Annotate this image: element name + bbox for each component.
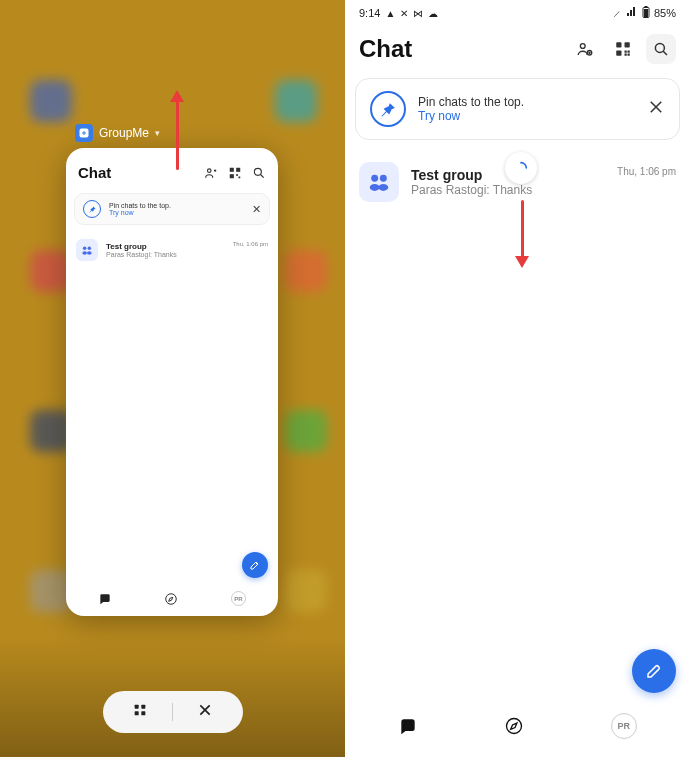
banner-close-button[interactable] xyxy=(647,98,665,120)
svg-point-1 xyxy=(208,168,212,172)
svg-rect-18 xyxy=(644,9,648,17)
profile-tab[interactable]: PR xyxy=(611,713,637,739)
pin-icon xyxy=(370,91,406,127)
annotation-arrow-up xyxy=(170,90,184,170)
svg-point-9 xyxy=(88,247,92,251)
recents-card-label[interactable]: GroupMe ▾ xyxy=(75,124,160,142)
bg-app-icon xyxy=(30,80,72,122)
chat-tab[interactable] xyxy=(398,716,418,736)
svg-point-10 xyxy=(82,251,87,255)
svg-rect-19 xyxy=(644,6,647,8)
svg-point-32 xyxy=(370,184,380,191)
status-bar: 9:14 ▲ ✕ ⋈ ☁ ⟋ 85% xyxy=(345,0,690,24)
divider xyxy=(172,703,173,721)
notif-icon: ✕ xyxy=(400,8,408,19)
svg-rect-14 xyxy=(141,705,145,709)
group-avatar-icon xyxy=(76,239,98,261)
bottom-nav: PR xyxy=(345,699,690,757)
svg-point-30 xyxy=(371,175,378,182)
pull-refresh-spinner xyxy=(505,152,537,184)
add-contact-icon xyxy=(204,166,218,180)
svg-rect-26 xyxy=(628,51,630,53)
svg-point-33 xyxy=(378,184,388,191)
status-battery-pct: 85% xyxy=(654,7,676,19)
bg-app-icon xyxy=(285,410,327,452)
status-time: 9:14 xyxy=(359,7,380,19)
chat-time: Thu, 1:06 pm xyxy=(617,166,676,177)
battery-icon xyxy=(642,6,650,20)
notif-icon: ☁ xyxy=(428,8,438,19)
chat-name: Test group xyxy=(106,242,225,251)
preview-bottom-nav: PR xyxy=(66,583,278,616)
chat-time: Thu, 1:06 pm xyxy=(233,241,268,247)
banner-text: Pin chats to the top. xyxy=(418,95,635,109)
preview-pin-banner: Pin chats to the top. Try now ✕ xyxy=(74,193,270,225)
profile-tab-badge: PR xyxy=(231,591,246,606)
close-icon: ✕ xyxy=(252,203,261,216)
search-button[interactable] xyxy=(646,34,676,64)
banner-try-now: Try now xyxy=(109,209,244,216)
chat-app-screen: 9:14 ▲ ✕ ⋈ ☁ ⟋ 85% Chat xyxy=(345,0,690,757)
qr-icon xyxy=(228,166,242,180)
svg-point-11 xyxy=(87,251,92,255)
pin-chats-banner[interactable]: Pin chats to the top. Try now xyxy=(355,78,680,140)
svg-point-8 xyxy=(83,247,87,251)
svg-rect-6 xyxy=(239,176,241,178)
notif-icon: ▲ xyxy=(385,8,395,19)
qr-button[interactable] xyxy=(608,34,638,64)
svg-rect-24 xyxy=(616,51,621,56)
chat-preview-msg: Paras Rastogi: Thanks xyxy=(411,183,605,197)
svg-rect-25 xyxy=(625,51,627,53)
apps-grid-button[interactable] xyxy=(132,702,148,722)
notif-icon: ⋈ xyxy=(413,8,423,19)
svg-rect-13 xyxy=(135,705,139,709)
page-title: Chat xyxy=(359,35,562,63)
chat-preview-msg: Paras Rastogi: Thanks xyxy=(106,251,225,258)
svg-rect-3 xyxy=(236,167,240,171)
svg-rect-15 xyxy=(135,711,139,715)
bg-app-icon xyxy=(285,250,327,292)
pin-icon xyxy=(83,200,101,218)
close-app-button[interactable] xyxy=(197,702,213,722)
compose-fab[interactable] xyxy=(632,649,676,693)
group-avatar-icon xyxy=(359,162,399,202)
recents-system-pill xyxy=(103,691,243,733)
app-name-label: GroupMe xyxy=(99,126,149,140)
add-contact-button[interactable] xyxy=(570,34,600,64)
svg-point-20 xyxy=(580,44,585,49)
svg-point-12 xyxy=(166,593,177,604)
svg-rect-22 xyxy=(616,42,621,47)
discover-tab[interactable] xyxy=(504,716,524,736)
wifi-off-icon: ⟋ xyxy=(612,8,622,19)
svg-point-7 xyxy=(254,168,261,175)
groupme-app-icon xyxy=(75,124,93,142)
chevron-down-icon: ▾ xyxy=(155,128,160,138)
preview-title: Chat xyxy=(78,164,204,181)
svg-rect-23 xyxy=(625,42,630,47)
app-header: Chat xyxy=(345,24,690,78)
recents-app-card[interactable]: Chat Pin chats to the top. Try now xyxy=(66,148,278,616)
svg-rect-27 xyxy=(625,54,627,56)
preview-chat-row: Test group Paras Rastogi: Thanks Thu, 1:… xyxy=(66,229,278,271)
chat-tab-icon xyxy=(98,592,112,606)
compose-fab xyxy=(242,552,268,578)
svg-rect-5 xyxy=(236,174,238,176)
signal-icon xyxy=(626,7,638,19)
bg-app-icon xyxy=(285,570,327,612)
banner-try-now-link[interactable]: Try now xyxy=(418,109,635,123)
svg-rect-16 xyxy=(141,711,145,715)
svg-rect-4 xyxy=(230,174,234,178)
bg-app-icon xyxy=(275,80,317,122)
svg-rect-2 xyxy=(230,167,234,171)
discover-tab-icon xyxy=(164,592,178,606)
svg-point-29 xyxy=(655,43,664,52)
svg-point-34 xyxy=(507,719,522,734)
banner-text: Pin chats to the top. xyxy=(109,202,244,209)
annotation-arrow-down xyxy=(515,200,529,268)
svg-point-31 xyxy=(380,175,387,182)
search-icon xyxy=(252,166,266,180)
svg-rect-28 xyxy=(628,54,630,56)
recents-overview: GroupMe ▾ Chat Pin chats xyxy=(0,0,345,757)
